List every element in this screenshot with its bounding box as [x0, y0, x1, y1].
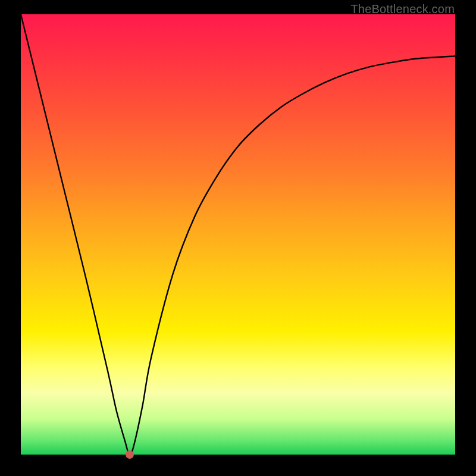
min-marker — [126, 450, 134, 459]
chart-frame: TheBottleneck.com — [0, 0, 476, 476]
plot-area — [21, 14, 455, 455]
bottleneck-curve — [21, 14, 455, 455]
curve-layer — [21, 14, 455, 455]
